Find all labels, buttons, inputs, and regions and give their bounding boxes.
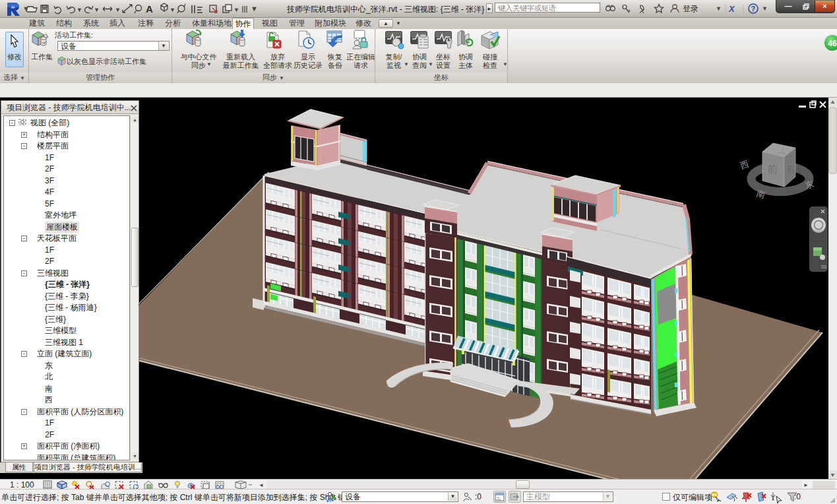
svg-text:前: 前	[767, 164, 778, 175]
svg-text:▼: ▼	[94, 7, 100, 13]
svg-text:▼: ▼	[206, 61, 212, 67]
svg-text:X: X	[728, 4, 735, 14]
svg-text:▼: ▼	[428, 61, 433, 67]
svg-text:右: 右	[786, 164, 795, 173]
svg-text:▼: ▼	[404, 61, 409, 67]
svg-text:▼: ▼	[233, 7, 239, 13]
svg-text:▼: ▼	[716, 5, 722, 12]
svg-text:A: A	[146, 3, 153, 15]
svg-text:登录: 登录	[683, 4, 698, 13]
svg-text:▼: ▼	[170, 7, 175, 13]
svg-text:上: 上	[778, 145, 788, 156]
svg-text:?: ?	[751, 5, 756, 13]
svg-text:▼: ▼	[762, 5, 768, 12]
svg-text:▼: ▼	[251, 5, 258, 13]
svg-text:▼: ▼	[503, 61, 508, 67]
svg-text:▼: ▼	[77, 7, 82, 13]
svg-text:▼: ▼	[115, 7, 121, 13]
